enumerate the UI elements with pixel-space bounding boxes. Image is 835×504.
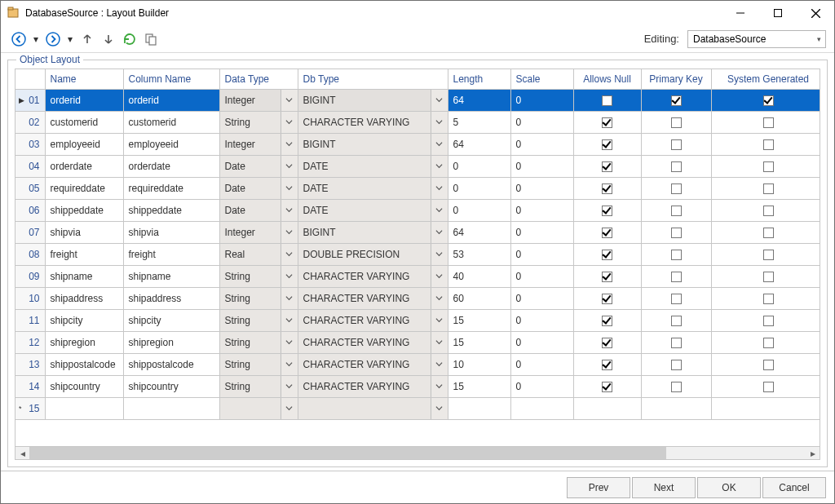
row-indicator[interactable]: ▶01: [15, 89, 45, 111]
cell-scale[interactable]: 0: [510, 265, 573, 287]
next-button[interactable]: Next: [632, 477, 696, 498]
cell-db-type[interactable]: DATE: [298, 199, 448, 221]
minimize-button[interactable]: [722, 1, 759, 25]
chevron-down-icon[interactable]: [281, 156, 298, 177]
cancel-button[interactable]: Cancel: [762, 477, 826, 498]
table-row[interactable]: ▶01orderidorderidIntegerBIGINT640: [15, 89, 820, 111]
cell-system-generated[interactable]: [711, 331, 820, 353]
dropdown-value[interactable]: String: [220, 332, 281, 353]
cell-data-type[interactable]: String: [219, 331, 298, 353]
cell-name[interactable]: orderdate: [45, 155, 123, 177]
cell-allows-null[interactable]: [573, 375, 641, 397]
cell-data-type[interactable]: String: [219, 265, 298, 287]
nav-forward-button[interactable]: [43, 29, 63, 49]
move-up-button[interactable]: [77, 29, 97, 49]
cell-db-type[interactable]: CHARACTER VARYING: [298, 265, 448, 287]
cell-scale[interactable]: 0: [510, 375, 573, 397]
cell-primary-key[interactable]: [641, 287, 711, 309]
cell-scale[interactable]: 0: [510, 111, 573, 133]
cell-primary-key[interactable]: [641, 111, 711, 133]
checkbox-icon[interactable]: [602, 272, 612, 282]
cell-length[interactable]: [448, 397, 510, 419]
cell-system-generated[interactable]: [711, 177, 820, 199]
cell-length[interactable]: 64: [448, 89, 510, 111]
cell-data-type[interactable]: Integer: [219, 221, 298, 243]
checkbox-icon[interactable]: [671, 294, 682, 304]
chevron-down-icon[interactable]: [281, 112, 298, 133]
cell-length[interactable]: 15: [448, 331, 510, 353]
table-row[interactable]: 12shipregionshipregionStringCHARACTER VA…: [15, 331, 820, 353]
cell-system-generated[interactable]: [711, 199, 820, 221]
checkbox-icon[interactable]: [763, 228, 774, 238]
cell-name[interactable]: shipcity: [45, 309, 123, 331]
cell-scale[interactable]: 0: [510, 89, 573, 111]
cell-primary-key[interactable]: [641, 309, 711, 331]
cell-length[interactable]: 64: [448, 221, 510, 243]
checkbox-icon[interactable]: [763, 338, 774, 348]
cell-scale[interactable]: 0: [510, 199, 573, 221]
checkbox-icon[interactable]: [671, 206, 682, 216]
scroll-left-icon[interactable]: ◂: [15, 447, 29, 459]
cell-column-name[interactable]: freight: [123, 243, 219, 265]
cell-column-name[interactable]: employeeid: [123, 133, 219, 155]
checkbox-icon[interactable]: [671, 183, 682, 194]
row-indicator[interactable]: 02: [15, 111, 45, 133]
cell-data-type[interactable]: Date: [219, 155, 298, 177]
chevron-down-icon[interactable]: [281, 200, 298, 221]
cell-column-name[interactable]: shipvia: [123, 221, 219, 243]
cell-data-type[interactable]: Integer: [219, 89, 298, 111]
checkbox-icon[interactable]: [671, 382, 682, 392]
cell-name[interactable]: freight: [45, 243, 123, 265]
move-down-button[interactable]: [99, 29, 118, 49]
layout-grid[interactable]: Name Column Name Data Type Db Type Lengt…: [15, 69, 820, 446]
row-indicator[interactable]: 07: [15, 221, 45, 243]
checkbox-icon[interactable]: [671, 117, 682, 128]
cell-system-generated[interactable]: [711, 375, 820, 397]
checkbox-icon[interactable]: [602, 183, 612, 194]
cell-scale[interactable]: 0: [510, 331, 573, 353]
cell-allows-null[interactable]: [573, 133, 641, 155]
table-row[interactable]: 10shipaddressshipaddressStringCHARACTER …: [15, 287, 820, 309]
cell-allows-null[interactable]: [573, 331, 641, 353]
checkbox-icon[interactable]: [671, 161, 682, 172]
row-indicator[interactable]: 06: [15, 199, 45, 221]
col-header-scale[interactable]: Scale: [510, 69, 573, 89]
chevron-down-icon[interactable]: [281, 178, 298, 199]
nav-back-more-icon[interactable]: ▾: [30, 29, 42, 49]
chevron-down-icon[interactable]: [431, 288, 448, 309]
chevron-down-icon[interactable]: [281, 398, 298, 419]
dropdown-value[interactable]: CHARACTER VARYING: [298, 288, 431, 309]
cell-name[interactable]: shipcountry: [45, 375, 123, 397]
cell-length[interactable]: 15: [448, 375, 510, 397]
cell-scale[interactable]: 0: [510, 133, 573, 155]
titlebar[interactable]: DatabaseSource : Layout Builder: [1, 1, 834, 25]
dropdown-value[interactable]: Integer: [220, 222, 281, 243]
row-indicator[interactable]: 14: [15, 375, 45, 397]
cell-name[interactable]: shipname: [45, 265, 123, 287]
dropdown-value[interactable]: CHARACTER VARYING: [298, 354, 431, 375]
row-indicator[interactable]: 12: [15, 331, 45, 353]
table-row[interactable]: 05requireddaterequireddateDateDATE00: [15, 177, 820, 199]
cell-column-name[interactable]: orderid: [123, 89, 219, 111]
chevron-down-icon[interactable]: [431, 90, 448, 111]
checkbox-icon[interactable]: [763, 161, 774, 172]
cell-length[interactable]: 40: [448, 265, 510, 287]
dropdown-value[interactable]: DOUBLE PRECISION: [298, 244, 431, 265]
cell-length[interactable]: 64: [448, 133, 510, 155]
cell-column-name[interactable]: shipaddress: [123, 287, 219, 309]
ok-button[interactable]: OK: [697, 477, 761, 498]
dropdown-value[interactable]: DATE: [298, 200, 431, 221]
cell-system-generated[interactable]: [711, 265, 820, 287]
table-row[interactable]: 11shipcityshipcityStringCHARACTER VARYIN…: [15, 309, 820, 331]
cell-column-name[interactable]: shipregion: [123, 331, 219, 353]
checkbox-icon[interactable]: [602, 228, 612, 238]
dropdown-value[interactable]: CHARACTER VARYING: [298, 266, 431, 287]
cell-column-name[interactable]: orderdate: [123, 155, 219, 177]
checkbox-icon[interactable]: [671, 316, 682, 326]
cell-system-generated[interactable]: [711, 89, 820, 111]
cell-name[interactable]: orderid: [45, 89, 123, 111]
cell-data-type[interactable]: String: [219, 287, 298, 309]
checkbox-icon[interactable]: [602, 139, 612, 150]
checkbox-icon[interactable]: [671, 338, 682, 348]
checkbox-icon[interactable]: [602, 316, 612, 326]
